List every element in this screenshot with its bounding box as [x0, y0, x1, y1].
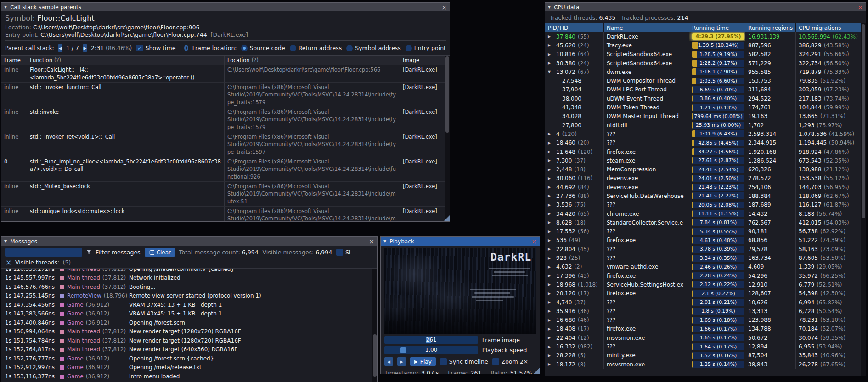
column-header-running-time[interactable]: Running time — [689, 23, 745, 32]
callstack-row[interactable]: inlinestd::_Invoker_functor::_CallC:\Pro… — [1, 83, 445, 107]
clipped-checkbox[interactable]: Sl — [336, 249, 350, 256]
cpu-row[interactable]: ▶22,804(45)???3.78 s (0.39%)79,57858,163… — [545, 245, 861, 253]
cpu-row[interactable]: 27,548DWM Compositor Thread1:03.5 (6.60%… — [545, 76, 861, 85]
frame-location-option-symbol-address[interactable]: Symbol address — [346, 45, 401, 51]
expand-arrow[interactable]: ▶ — [548, 34, 554, 39]
message-row[interactable]: 1s 150,994,064nsMain thread(37,812)New r… — [1, 327, 372, 337]
callstack-titlebar[interactable]: ▼ Call stack sample parents × — [1, 3, 450, 11]
cpu-row[interactable]: ▶22,404(12)msvsmon.exe1.65 s (0.17%)50,6… — [545, 333, 861, 342]
cpu-row[interactable]: ▶4,740(37)???2.01 s (0.21%)10,6266,994(6… — [545, 298, 861, 307]
expand-arrow[interactable]: ▶ — [548, 220, 554, 225]
cpu-row[interactable]: ▶27,736(88)ServiceHub.DataWarehouse21.41… — [545, 191, 861, 200]
cpu-row[interactable]: ▶34,420(65)chrome.exe11.11 s (1.15%)14,4… — [545, 209, 861, 218]
sync-timeline-checkbox[interactable]: Sync timeline — [440, 358, 488, 365]
frame-image-slider[interactable]: 261 — [384, 336, 478, 344]
close-icon[interactable]: × — [441, 4, 447, 11]
expand-arrow[interactable]: ▼ — [548, 70, 554, 74]
expand-arrow[interactable]: ▶ — [548, 247, 554, 251]
callstack-scrollbar[interactable] — [445, 56, 450, 221]
expand-arrow[interactable]: ▶ — [548, 141, 554, 145]
play-button[interactable]: ▶Play — [410, 357, 436, 366]
cpu-row[interactable]: ▶28,228(5)mintty.exe1.52 s (0.16%)87,504… — [545, 351, 861, 360]
callstack-row[interactable]: inlinestd::_Invoker_ret<void,1>::_CallC:… — [1, 132, 445, 157]
message-row[interactable]: 1s 147,383,566nsGame(36,912)VRAM 43x45: … — [1, 309, 372, 319]
cpu-row[interactable]: ▶928(25)???3.34 s (0.35%)163,73487,605(5… — [545, 253, 861, 262]
message-row[interactable]: 1s 145,557,997nsMain thread(37,812)Netwo… — [1, 274, 372, 283]
callstack-row[interactable]: inlinestd::_Mutex_base::lockC:\Program F… — [1, 182, 445, 207]
message-row[interactable]: 1s 146,576,766nsMain thread(37,812)Booti… — [1, 282, 372, 292]
column-header-name[interactable]: Name — [604, 23, 689, 32]
cpu-row[interactable]: ▶11,648(120)firefox.exe34.27 s (3.56%)1,… — [545, 147, 861, 156]
callstack-row[interactable]: inlinestd::invokeC:\Program Files (x86)\… — [1, 107, 445, 132]
expand-arrow[interactable]: ▶ — [548, 274, 554, 278]
expand-arrow[interactable]: ▶ — [548, 309, 554, 313]
cpu-row[interactable]: 27,800ntdll.dll25.93 ms (0.00%)1,7021,29… — [545, 121, 861, 129]
playback-frame-image[interactable]: DarkRL — [384, 248, 536, 334]
cpu-row[interactable]: ▶30,060(116)devenv.exe24.01 s (2.50%)278… — [545, 174, 861, 183]
frame-location-option-source-code[interactable]: Source code — [241, 45, 285, 51]
cpu-row[interactable]: ▶18,172(8)msvsmon.exe1.35 s (0.14%)38,84… — [545, 360, 861, 369]
cpu-row[interactable]: ▶37,840(55)DarkRL.exe4:29.3 (27.95%)16,9… — [545, 32, 861, 41]
prev-frame-button[interactable]: ◀ — [384, 357, 393, 366]
expand-arrow[interactable]: ▶ — [548, 336, 554, 340]
expand-arrow[interactable]: ▶ — [548, 212, 554, 216]
next-frame-button[interactable]: ▶ — [397, 357, 406, 366]
message-row[interactable]: 1s 151,754,784nsMain thread(37,812)New r… — [1, 336, 372, 345]
expand-arrow[interactable]: ▶ — [548, 158, 554, 163]
cpu-row[interactable]: ▶17,532(56)???5.34 s (0.55%)90,18156,738… — [545, 227, 861, 236]
scrollbar-thumb[interactable] — [862, 24, 865, 218]
expand-arrow[interactable]: ▶ — [548, 168, 554, 172]
messages-scrollbar[interactable] — [372, 269, 377, 382]
expand-arrow[interactable]: ▶ — [548, 318, 554, 322]
collapse-icon[interactable]: ▼ — [383, 239, 386, 243]
collapse-icon[interactable]: ▼ — [4, 239, 7, 243]
cpu-row[interactable]: 37,904DWM LPC Port Thread6.69 s (0.70%)3… — [545, 85, 861, 94]
expand-arrow[interactable]: ▶ — [548, 292, 554, 296]
column-header-running-regions[interactable]: Running regions — [745, 23, 796, 32]
expand-arrow[interactable]: ▶ — [548, 61, 554, 65]
cpu-row[interactable]: ▶18,968(1,018)ServiceHub.SettingsHost.ex… — [545, 280, 861, 289]
message-row[interactable]: 1s 120,335,272nsMain thread(37,812)Openi… — [1, 269, 372, 274]
expand-arrow[interactable]: ▶ — [548, 43, 554, 47]
next-parent-button[interactable]: ▶ — [83, 44, 87, 52]
message-row[interactable]: 1s 153,116,377nsGame(36,912)Intro menu l… — [1, 372, 372, 381]
cpu-row[interactable]: ▶17,396(43)firefox.exe2.28 s (0.24%)54,2… — [545, 271, 861, 280]
message-row[interactable]: 1s 152,912,997nsGame(36,912)Opening /met… — [1, 363, 372, 372]
expand-arrow[interactable]: ▶ — [548, 238, 554, 242]
cpu-row[interactable]: 41,348DWM Token Thread1.21 s (0.13%)174,… — [545, 103, 861, 112]
cpu-row[interactable]: ▶8,628(18)StandardCollector.Service.e7.8… — [545, 218, 861, 227]
callstack-row[interactable]: 0std::_Func_impl_no_alloc<<lambda_5bc224… — [1, 157, 445, 182]
expand-arrow[interactable]: ▶ — [548, 176, 554, 180]
cpu-row[interactable]: ▶20,120(17)firefox.exe2.1 s (0.22%)128,6… — [545, 289, 861, 298]
column-header-image[interactable]: Image — [400, 56, 445, 65]
expand-arrow[interactable]: ▶ — [548, 282, 554, 286]
cpu-row[interactable]: ▶4(120)???1:01.9 (6.43%)2,593,3141,078,5… — [545, 129, 861, 138]
cpu-row[interactable]: ▶4,632(2)vmware-authd.exe2.46 s (0.26%)4… — [545, 263, 861, 271]
expand-arrow[interactable]: ▶ — [548, 362, 554, 366]
clear-button[interactable]: Clear — [145, 248, 175, 257]
filter-input[interactable] — [5, 248, 82, 257]
collapse-icon[interactable]: ▼ — [4, 5, 7, 9]
scrollbar-thumb[interactable] — [445, 56, 449, 133]
callstack-row[interactable]: inlinestd::unique_lock<std::mutex>::lock… — [1, 207, 445, 221]
column-header-function[interactable]: Function(?) — [27, 56, 225, 65]
cpu-row[interactable]: ▶18,408(17)firefox.exe1.66 s (0.17%)134,… — [545, 325, 861, 333]
resize-grip[interactable] — [534, 368, 540, 374]
cpu-scrollbar[interactable] — [861, 23, 866, 376]
expand-arrow[interactable]: ▶ — [548, 345, 554, 349]
message-row[interactable]: 1s 147,255,145nsRemoteView(18,796)Remote… — [1, 292, 372, 301]
frame-location-option-return-address[interactable]: Return address — [290, 45, 342, 51]
column-header-pid-tid[interactable]: PID/TID — [545, 23, 604, 32]
frame-location-option-entry-point[interactable]: Entry point — [406, 45, 446, 51]
messages-titlebar[interactable]: ▼ Messages × — [1, 237, 377, 246]
playback-titlebar[interactable]: ▼ Playback × — [381, 237, 540, 246]
column-header-cpu-migrations[interactable]: CPU migrations — [796, 23, 861, 32]
message-row[interactable]: 1s 152,764,817nsMain thread(37,812)New r… — [1, 345, 372, 354]
close-icon[interactable]: × — [369, 238, 374, 245]
cpu-row[interactable]: ▶30,380(24)ScriptedSandbox64.exe1:28.2 (… — [545, 59, 861, 67]
collapse-icon[interactable]: ▼ — [548, 5, 551, 9]
cpu-row[interactable]: ▶44,692(84)devenv.exe21.43 s (2.23%)254,… — [545, 183, 861, 191]
expand-arrow[interactable]: ▶ — [548, 300, 554, 304]
close-icon[interactable]: × — [531, 238, 537, 245]
scrollbar-thumb[interactable] — [373, 334, 377, 377]
